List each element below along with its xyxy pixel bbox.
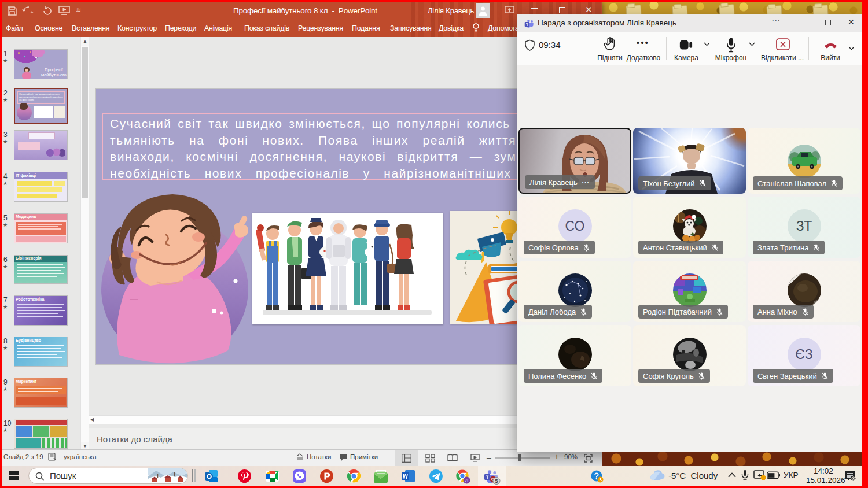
svg-text:Л: Л [465, 478, 468, 483]
svg-text:5: 5 [495, 478, 498, 484]
